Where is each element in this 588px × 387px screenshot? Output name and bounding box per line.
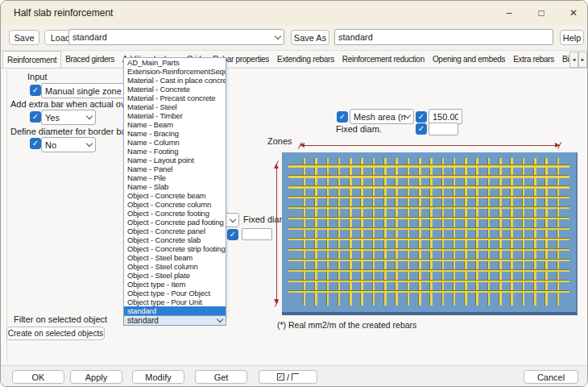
filter-option[interactable]: Material - Precast concrete <box>124 94 226 102</box>
filter-option[interactable]: Name - Pile <box>124 173 226 182</box>
checked-box-icon <box>277 373 284 381</box>
filter-option[interactable]: Object - Concrete panel <box>124 227 226 235</box>
save-as-input[interactable] <box>334 29 553 45</box>
fixed-diam-label: Fixed diam. <box>336 124 382 134</box>
filter-option[interactable]: Object - Concrete column <box>124 200 226 209</box>
window-titlebar: Half slab reinforcement – □ ✕ <box>1 1 588 25</box>
filter-option[interactable]: Object - Steel column <box>124 262 226 271</box>
minimize-button[interactable]: – <box>494 1 524 25</box>
filter-option[interactable]: Name - Footing <box>124 147 226 156</box>
create-on-selected-button[interactable]: Create on selected objects <box>6 327 105 340</box>
chevron-down-icon <box>275 32 281 39</box>
half-slab-reinforcement-dialog: Half slab reinforcement – □ ✕ Save Load … <box>0 0 588 387</box>
border-diam-combobox[interactable]: No <box>41 137 96 152</box>
save-as-button[interactable]: Save As <box>291 30 329 45</box>
filter-option[interactable]: Name - Panel <box>124 164 226 173</box>
zones-width-dimension <box>300 145 560 146</box>
cancel-button[interactable]: Cancel <box>524 370 578 384</box>
filter-option[interactable]: Extension-ReinforcementSequ <box>124 67 226 76</box>
filter-value: standard <box>127 316 159 325</box>
mesh-area-checkbox[interactable] <box>337 111 348 123</box>
extra-bar-checkbox[interactable] <box>30 111 41 123</box>
filter-option[interactable]: Object type - Item <box>124 280 226 289</box>
tab-extending-rebars[interactable]: Extending rebars <box>273 51 338 68</box>
filter-combobox[interactable]: standard <box>123 315 226 326</box>
filter-option[interactable]: AD_Main_Parts <box>124 58 226 67</box>
apply-button[interactable]: Apply <box>70 370 122 384</box>
ok-button[interactable]: OK <box>12 370 64 384</box>
group-edge-line <box>6 70 7 362</box>
modify-button[interactable]: Modify <box>132 370 184 384</box>
maximize-icon: □ <box>538 7 544 19</box>
close-icon: ✕ <box>569 7 578 19</box>
mesh-area-value-checkbox[interactable] <box>416 111 427 123</box>
filter-popup-list: AD_Main_PartsExtension-ReinforcementSequ… <box>123 57 226 316</box>
filter-option[interactable]: Material - Steel <box>124 102 226 111</box>
tab-extra-rebars[interactable]: Extra rebars <box>509 51 558 68</box>
fixed-diam-checkbox[interactable] <box>416 123 427 135</box>
scroll-right-icon: ► <box>581 57 586 62</box>
save-button[interactable]: Save <box>9 30 39 45</box>
extra-bar-combobox[interactable]: Yes <box>41 110 96 125</box>
filter-option[interactable]: Object - Concrete pad footing <box>124 218 226 227</box>
filter-option[interactable]: Name - Layout point <box>124 156 226 164</box>
filter-option[interactable]: standard <box>124 306 226 315</box>
filter-option[interactable]: Material - Timber <box>124 111 226 120</box>
preset-value: standard <box>72 32 107 42</box>
filter-option[interactable]: Material - Concrete <box>124 85 226 94</box>
filter-option[interactable]: Object - Concrete footing <box>124 209 226 218</box>
filter-option[interactable]: Object - Concrete strip footing <box>124 244 226 253</box>
minimize-icon: – <box>507 7 512 19</box>
tab-scroll-right-button[interactable]: ► <box>578 52 587 68</box>
chevron-down-icon <box>230 215 236 222</box>
filter-option[interactable]: Object type - Pour Unit <box>124 298 226 306</box>
extra-bar-label: Add extra bar when actual ove <box>10 99 130 109</box>
tab-reinforcement-reduction[interactable]: Reinforcement reduction <box>338 51 429 68</box>
input-section-label: Input <box>27 72 47 81</box>
close-button[interactable]: ✕ <box>558 1 588 25</box>
maximize-button[interactable]: □ <box>526 1 557 25</box>
preset-combobox[interactable]: standard <box>68 29 284 45</box>
tab-opening-and-embeds[interactable]: Opening and embeds <box>429 51 509 68</box>
left-fixed-diam-input[interactable] <box>242 228 272 240</box>
border-diam-label: Define diameter for border bars <box>10 127 134 136</box>
filter-option[interactable]: Object - Concrete slab <box>124 235 226 244</box>
scroll-left-icon: ◄ <box>572 57 577 62</box>
chevron-down-icon <box>404 112 411 119</box>
mesh-grid-horizontal-lines <box>288 164 569 300</box>
filter-option[interactable]: Object - Concrete beam <box>124 191 226 200</box>
unchecked-box-icon <box>292 373 299 381</box>
footnote: (*) Real mm2/m of the created rebars <box>277 320 416 330</box>
zones-height-dimension <box>276 164 277 304</box>
filter-option[interactable]: Object - Steel plate <box>124 271 226 280</box>
chevron-down-icon <box>217 316 223 322</box>
mesh-area-combobox[interactable]: Mesh area (mm <box>350 109 414 124</box>
tab-reinforcement[interactable]: Reinforcement <box>2 51 61 69</box>
filter-option[interactable]: Name - Slab <box>124 182 226 191</box>
fixed-diam-input[interactable] <box>429 123 458 135</box>
filter-option[interactable]: Object type - Pour Object <box>124 289 226 298</box>
tab-strip: ReinforcementBraced girdersAdditional re… <box>1 51 588 69</box>
filter-option[interactable]: Material - Cast in place concret <box>124 76 226 85</box>
filter-option[interactable]: Name - Bracing <box>124 129 226 138</box>
filter-option[interactable]: Name - Beam <box>124 120 226 129</box>
filter-option[interactable]: Name - Column <box>124 138 226 147</box>
filter-label: Filter on selected object <box>14 314 107 324</box>
tab-scroll-left-button[interactable]: ◄ <box>569 52 578 68</box>
toggle-check-button[interactable]: / <box>259 370 317 384</box>
help-button[interactable]: Help <box>560 30 584 45</box>
chevron-down-icon <box>86 140 93 147</box>
mesh-diagram <box>282 152 578 315</box>
manual-zone-checkbox[interactable] <box>30 85 41 96</box>
border-diam-checkbox[interactable] <box>30 138 41 149</box>
window-title: Half slab reinforcement <box>14 7 113 19</box>
chevron-down-icon <box>86 113 93 119</box>
filter-option[interactable]: Object - Steel beam <box>124 253 226 262</box>
tab-braced-girders[interactable]: Braced girders <box>61 51 118 68</box>
left-fixed-diam-checkbox[interactable] <box>227 229 238 240</box>
zones-label: Zones <box>267 136 292 146</box>
get-button[interactable]: Get <box>195 370 247 384</box>
